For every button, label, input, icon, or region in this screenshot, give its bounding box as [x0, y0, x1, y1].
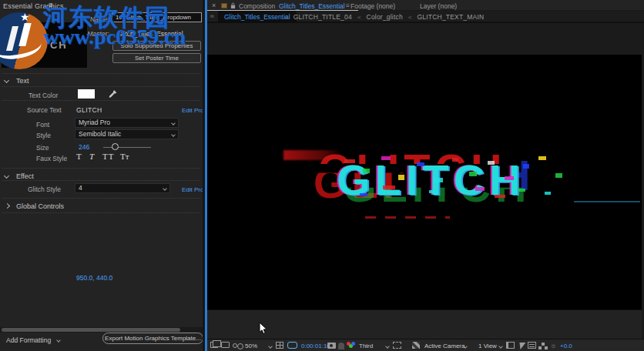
timeline-icon[interactable]	[528, 342, 536, 349]
exposure-value[interactable]: +0.0	[560, 343, 572, 349]
close-tab-icon[interactable]: ×	[212, 2, 216, 9]
set-poster-time-button[interactable]: Set Poster Time	[112, 53, 201, 63]
show-snapshot-icon[interactable]	[338, 343, 344, 349]
3d-view-dropdown[interactable]: Active Camera	[424, 343, 465, 349]
global-controls-title[interactable]: Global Controls	[16, 202, 64, 210]
glitch-artifact	[365, 216, 450, 219]
noise-block	[488, 161, 495, 165]
mask-visibility-icon[interactable]	[287, 342, 297, 349]
breadcrumb-separator: <	[408, 14, 412, 21]
small-caps-button[interactable]: Tᴛ	[120, 152, 129, 161]
noise-block	[555, 173, 562, 178]
position-value[interactable]: 950.0, 440.0	[76, 274, 112, 282]
add-formatting-dropdown[interactable]: Add Formatting	[6, 336, 51, 344]
glitch-style-dropdown[interactable]: 4	[75, 183, 170, 193]
vr-goggles-icon[interactable]	[233, 343, 237, 348]
text-color-label: Text Color	[29, 92, 58, 99]
breadcrumb-item[interactable]: GLITCH_TITLE_04	[293, 13, 352, 21]
snapshot-camera-icon[interactable]	[327, 343, 336, 349]
chevron-down-icon	[56, 338, 61, 343]
edit-properties-link[interactable]: Edit Pro	[182, 107, 203, 114]
noise-block	[505, 176, 514, 180]
eyedropper-icon[interactable]	[109, 89, 117, 99]
separator	[2, 86, 200, 87]
text-color-swatch[interactable]	[78, 89, 95, 99]
composition-canvas[interactable]: GLITCH GLITCH GLITCH GLITCH GLITCH	[207, 55, 644, 309]
noise-block	[344, 159, 355, 163]
export-motion-graphics-template-button[interactable]: Export Motion Graphics Template...	[102, 333, 203, 344]
noise-block	[429, 190, 437, 193]
breadcrumb-item[interactable]: Color_glitch	[367, 13, 403, 21]
monitor-icon[interactable]	[221, 342, 230, 348]
chevron-down-icon	[385, 344, 390, 349]
channels-icon[interactable]	[347, 342, 356, 349]
separator	[2, 180, 200, 181]
viewer-footer-area	[207, 309, 644, 339]
timecode-display[interactable]: 0:00:01:10	[301, 343, 330, 349]
text-section-title[interactable]: Text	[16, 77, 29, 85]
resolution-dropdown[interactable]: Third	[359, 343, 373, 349]
chevron-down-icon	[171, 132, 176, 137]
footage-tab[interactable]: Footage (none)	[351, 2, 395, 10]
size-slider-track[interactable]	[103, 147, 151, 148]
layer-tab[interactable]: Layer (none)	[420, 2, 457, 10]
breadcrumb-item[interactable]: GLITCH_TEXT_MAIN	[418, 13, 485, 21]
faux-bold-button[interactable]: T	[76, 152, 82, 161]
comp-flowchart-icon[interactable]	[542, 343, 545, 346]
noise-block	[469, 172, 477, 176]
glitch-layer-cyan: GLITCH	[337, 155, 602, 205]
text-section-collapse-icon[interactable]	[4, 78, 9, 83]
reset-exposure-icon[interactable]: ☼	[550, 342, 556, 349]
breadcrumb-separator: <	[357, 14, 361, 21]
faux-italic-button[interactable]: T	[89, 152, 94, 161]
source-text-value[interactable]: GLITCH	[76, 106, 102, 114]
pixel-aspect-correction-icon[interactable]	[506, 342, 515, 349]
effect-section-collapse-icon[interactable]	[4, 173, 9, 179]
fast-previews-icon[interactable]	[518, 343, 526, 349]
pasteboard	[207, 23, 644, 55]
composition-tab[interactable]: × Composition Glitch_Titles_Essential ≡	[207, 0, 358, 11]
noise-block	[545, 192, 551, 195]
composition-panel: × Composition Glitch_Titles_Essential ≡ …	[207, 0, 644, 351]
grid-guides-icon[interactable]	[276, 342, 283, 349]
effect-section-title[interactable]: Effect	[16, 172, 34, 180]
after-effects-window: Essential Graphics ≡ GLITCH Name: 10_Gli…	[0, 0, 644, 351]
star-icon: ★	[20, 11, 30, 23]
edit-properties-link[interactable]: Edit Pro	[182, 186, 203, 193]
size-slider-handle[interactable]	[112, 143, 119, 150]
lock-icon[interactable]	[230, 2, 236, 9]
mini-flowchart-icon[interactable]: ≈	[210, 12, 214, 20]
source-text-label: Source Text	[27, 106, 62, 114]
faux-style-label: Faux Style	[36, 155, 67, 162]
tab-menu-icon[interactable]: ≡	[346, 2, 350, 9]
style-dropdown[interactable]: Semibold Italic	[75, 129, 179, 139]
size-label: Size	[36, 144, 49, 152]
composition-navigator: ≈ Glitch_Titles_Essential <GLITCH_TITLE_…	[207, 11, 644, 23]
noise-block	[523, 164, 529, 169]
region-of-interest-icon[interactable]	[393, 342, 401, 349]
horizontal-scrollbar-thumb[interactable]	[2, 328, 180, 332]
style-value: Semibold Italic	[79, 130, 121, 138]
size-value[interactable]: 246	[79, 143, 89, 151]
chevron-down-icon	[171, 121, 176, 125]
font-dropdown[interactable]: Myriad Pro	[75, 118, 179, 128]
noise-block	[475, 187, 485, 191]
noise-block	[538, 156, 546, 160]
style-label: Style	[36, 132, 51, 139]
chevron-down-icon	[498, 344, 503, 349]
magnification-dropdown[interactable]: 50%	[245, 343, 257, 349]
separator	[2, 168, 200, 169]
all-caps-button[interactable]: TT	[102, 152, 114, 161]
noise-block	[398, 175, 404, 180]
view-layout-dropdown[interactable]: 1 View	[478, 343, 497, 349]
transparency-grid-icon[interactable]	[412, 342, 420, 349]
global-controls-collapse-icon[interactable]	[5, 203, 10, 209]
stacked-frames-icon[interactable]	[210, 342, 218, 348]
breadcrumb-separator: <	[284, 14, 288, 21]
noise-block	[360, 193, 367, 196]
noise-block	[518, 189, 525, 192]
watermark-url: www.pc0359.cn	[43, 25, 186, 49]
noise-block	[363, 169, 370, 173]
noise-block	[452, 158, 458, 162]
viewer-tab-bar: × Composition Glitch_Titles_Essential ≡ …	[207, 0, 644, 11]
